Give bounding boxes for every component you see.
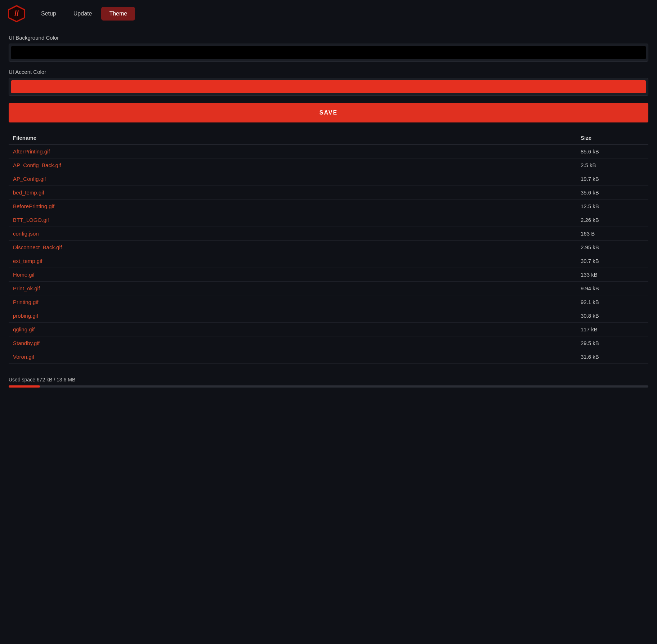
file-size: 2.26 kB <box>576 213 648 227</box>
bg-color-bar <box>11 46 646 59</box>
file-link[interactable]: config.json <box>13 231 39 237</box>
table-row: AP_Config.gif19.7 kB <box>9 172 648 186</box>
file-link[interactable]: Home.gif <box>13 272 35 278</box>
file-size: 19.7 kB <box>576 172 648 186</box>
file-link[interactable]: AfterPrinting.gif <box>13 148 50 155</box>
file-link[interactable]: BeforePrinting.gif <box>13 203 54 209</box>
col-filename-header: Filename <box>9 131 576 145</box>
file-size: 2.95 kB <box>576 241 648 254</box>
file-size: 35.6 kB <box>576 186 648 200</box>
svg-text://: // <box>14 9 19 18</box>
accent-color-bar <box>11 80 646 93</box>
file-link[interactable]: probing.gif <box>13 313 38 319</box>
nav-setup-button[interactable]: Setup <box>33 7 64 21</box>
table-row: Voron.gif31.6 kB <box>9 350 648 364</box>
file-size: 92.1 kB <box>576 295 648 309</box>
table-row: AfterPrinting.gif85.6 kB <box>9 145 648 158</box>
table-row: BeforePrinting.gif12.5 kB <box>9 200 648 213</box>
file-link[interactable]: Standby.gif <box>13 340 40 346</box>
file-table: Filename Size AfterPrinting.gif85.6 kBAP… <box>9 131 648 364</box>
file-size: 30.7 kB <box>576 254 648 268</box>
accent-color-container[interactable] <box>9 78 648 96</box>
storage-bar-container <box>9 385 648 388</box>
file-link[interactable]: Printing.gif <box>13 299 39 305</box>
file-size: 12.5 kB <box>576 200 648 213</box>
bg-color-label: UI Background Color <box>9 35 648 41</box>
logo: // <box>7 4 26 23</box>
table-row: Print_ok.gif9.94 kB <box>9 282 648 295</box>
save-button[interactable]: SAVE <box>9 103 648 122</box>
file-link[interactable]: bed_temp.gif <box>13 189 44 196</box>
nav-theme-button[interactable]: Theme <box>101 7 135 21</box>
file-size: 29.5 kB <box>576 336 648 350</box>
table-row: Disconnect_Back.gif2.95 kB <box>9 241 648 254</box>
header: // Setup Update Theme <box>0 0 657 27</box>
file-size: 30.8 kB <box>576 309 648 323</box>
file-size: 2.5 kB <box>576 158 648 172</box>
table-row: qgling.gif117 kB <box>9 323 648 336</box>
file-size: 9.94 kB <box>576 282 648 295</box>
file-link[interactable]: AP_Config.gif <box>13 176 46 182</box>
file-size: 163 B <box>576 227 648 241</box>
file-link[interactable]: ext_temp.gif <box>13 258 43 264</box>
storage-bar-fill <box>9 385 40 388</box>
table-row: Printing.gif92.1 kB <box>9 295 648 309</box>
main-content: UI Background Color UI Accent Color SAVE… <box>0 27 657 371</box>
file-size: 85.6 kB <box>576 145 648 158</box>
bg-color-container[interactable] <box>9 44 648 62</box>
table-row: config.json163 B <box>9 227 648 241</box>
table-row: BTT_LOGO.gif2.26 kB <box>9 213 648 227</box>
nav-update-button[interactable]: Update <box>66 7 100 21</box>
file-size: 133 kB <box>576 268 648 282</box>
file-link[interactable]: BTT_LOGO.gif <box>13 217 49 223</box>
table-row: AP_Config_Back.gif2.5 kB <box>9 158 648 172</box>
file-link[interactable]: Print_ok.gif <box>13 285 40 291</box>
file-link[interactable]: AP_Config_Back.gif <box>13 162 61 168</box>
used-space-label: Used space 672 kB / 13.6 MB <box>9 377 75 383</box>
table-row: Standby.gif29.5 kB <box>9 336 648 350</box>
table-row: probing.gif30.8 kB <box>9 309 648 323</box>
footer: Used space 672 kB / 13.6 MB <box>0 371 657 390</box>
accent-color-label: UI Accent Color <box>9 69 648 75</box>
file-link[interactable]: qgling.gif <box>13 326 35 332</box>
file-link[interactable]: Disconnect_Back.gif <box>13 244 62 250</box>
file-size: 31.6 kB <box>576 350 648 364</box>
file-link[interactable]: Voron.gif <box>13 354 34 360</box>
table-row: bed_temp.gif35.6 kB <box>9 186 648 200</box>
table-row: ext_temp.gif30.7 kB <box>9 254 648 268</box>
file-size: 117 kB <box>576 323 648 336</box>
table-row: Home.gif133 kB <box>9 268 648 282</box>
col-size-header: Size <box>576 131 648 145</box>
